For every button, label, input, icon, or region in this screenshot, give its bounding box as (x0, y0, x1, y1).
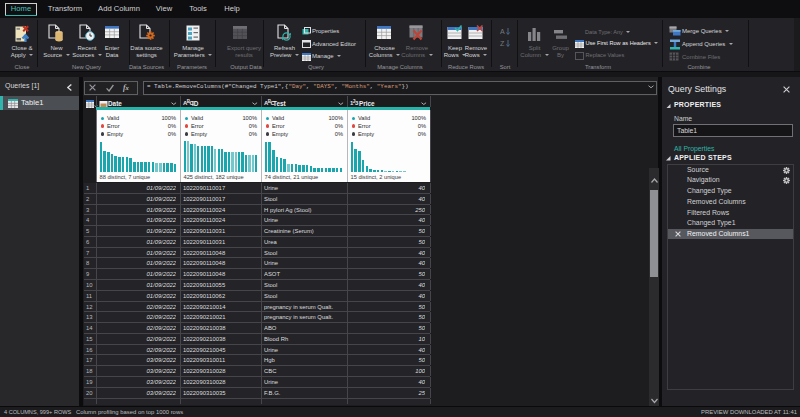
svg-text:A: A (500, 28, 505, 35)
svg-text:Z: Z (500, 40, 505, 47)
